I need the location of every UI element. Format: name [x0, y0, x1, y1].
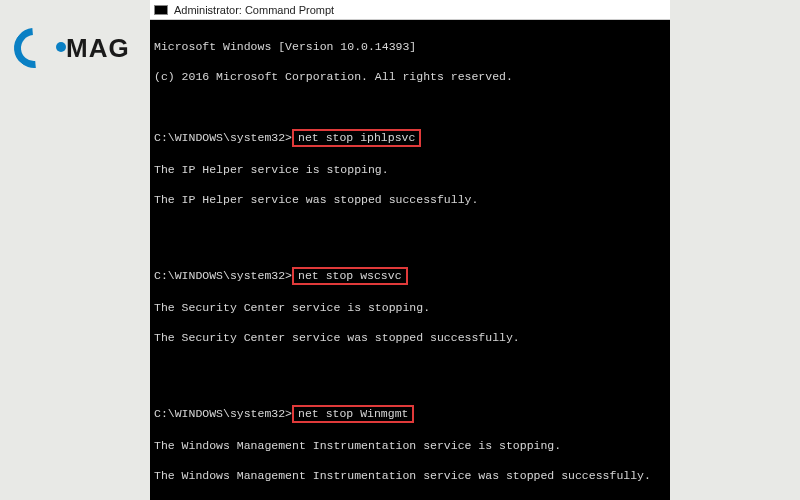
command-highlight: net stop iphlpsvc — [292, 129, 421, 147]
cmd-icon — [154, 5, 168, 15]
output-line: The Security Center service was stopped … — [154, 330, 666, 345]
prompt-text: C:\WINDOWS\system32> — [154, 407, 292, 420]
logo-text: MAG — [66, 33, 130, 64]
command-line: C:\WINDOWS\system32>net stop wscsvc — [154, 267, 666, 285]
output-line: The IP Helper service is stopping. — [154, 162, 666, 177]
output-line: The Windows Management Instrumentation s… — [154, 468, 666, 483]
prompt-text: C:\WINDOWS\system32> — [154, 269, 292, 282]
window-title: Administrator: Command Prompt — [174, 4, 334, 16]
command-prompt-window: Administrator: Command Prompt Microsoft … — [150, 0, 670, 500]
command-line: C:\WINDOWS\system32>net stop iphlpsvc — [154, 129, 666, 147]
version-line: Microsoft Windows [Version 10.0.14393] — [154, 39, 666, 54]
output-line: The Windows Management Instrumentation s… — [154, 438, 666, 453]
copyright-line: (c) 2016 Microsoft Corporation. All righ… — [154, 69, 666, 84]
terminal-output[interactable]: Microsoft Windows [Version 10.0.14393] (… — [150, 20, 670, 500]
command-highlight: net stop Winmgmt — [292, 405, 414, 423]
brand-logo: MAG — [14, 28, 130, 68]
prompt-text: C:\WINDOWS\system32> — [154, 131, 292, 144]
output-line: The IP Helper service was stopped succes… — [154, 192, 666, 207]
output-line: The Security Center service is stopping. — [154, 300, 666, 315]
command-line: C:\WINDOWS\system32>net stop Winmgmt — [154, 405, 666, 423]
logo-arc-icon — [6, 20, 62, 76]
command-highlight: net stop wscsvc — [292, 267, 408, 285]
window-titlebar[interactable]: Administrator: Command Prompt — [150, 0, 670, 20]
logo-dot-icon — [56, 42, 66, 52]
